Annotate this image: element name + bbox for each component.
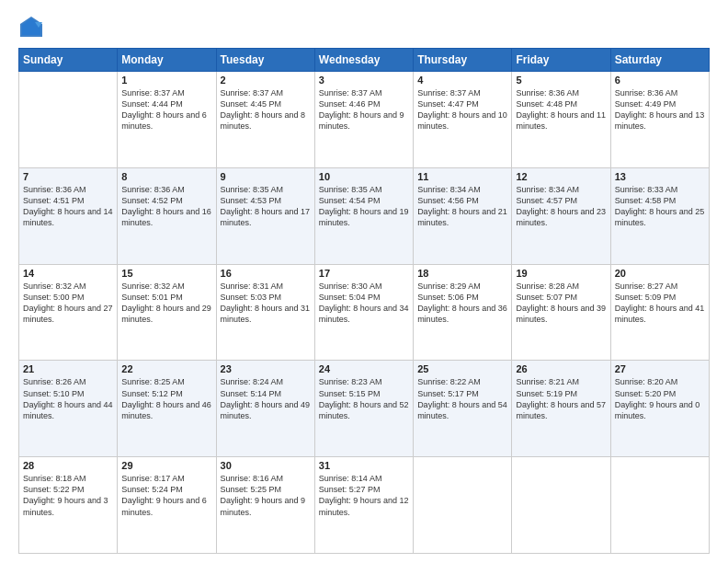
calendar-cell: 21Sunrise: 8:26 AM Sunset: 5:10 PM Dayli… bbox=[19, 361, 118, 457]
day-info: Sunrise: 8:37 AM Sunset: 4:47 PM Dayligh… bbox=[417, 87, 507, 132]
day-number: 31 bbox=[319, 460, 409, 471]
day-info: Sunrise: 8:32 AM Sunset: 5:00 PM Dayligh… bbox=[23, 281, 113, 326]
header-day-thursday: Thursday bbox=[414, 49, 512, 72]
day-number: 3 bbox=[319, 75, 409, 86]
calendar-cell: 8Sunrise: 8:36 AM Sunset: 4:52 PM Daylig… bbox=[118, 167, 216, 264]
day-number: 9 bbox=[221, 171, 311, 182]
day-info: Sunrise: 8:31 AM Sunset: 5:03 PM Dayligh… bbox=[221, 281, 311, 326]
day-number: 22 bbox=[121, 363, 211, 374]
week-row-4: 28Sunrise: 8:18 AM Sunset: 5:22 PM Dayli… bbox=[19, 457, 710, 554]
day-number: 14 bbox=[23, 268, 113, 279]
page: SundayMondayTuesdayWednesdayThursdayFrid… bbox=[0, 0, 728, 563]
day-info: Sunrise: 8:37 AM Sunset: 4:45 PM Dayligh… bbox=[221, 87, 311, 132]
calendar-cell: 2Sunrise: 8:37 AM Sunset: 4:45 PM Daylig… bbox=[216, 72, 314, 168]
day-number: 18 bbox=[417, 268, 507, 279]
week-row-2: 14Sunrise: 8:32 AM Sunset: 5:00 PM Dayli… bbox=[19, 264, 710, 361]
day-number: 20 bbox=[615, 268, 705, 279]
day-number: 2 bbox=[221, 75, 311, 86]
calendar-table: SundayMondayTuesdayWednesdayThursdayFrid… bbox=[18, 48, 710, 554]
day-info: Sunrise: 8:35 AM Sunset: 4:53 PM Dayligh… bbox=[221, 184, 311, 229]
calendar-cell: 4Sunrise: 8:37 AM Sunset: 4:47 PM Daylig… bbox=[414, 72, 512, 168]
day-info: Sunrise: 8:16 AM Sunset: 5:25 PM Dayligh… bbox=[221, 473, 311, 518]
calendar-cell: 27Sunrise: 8:20 AM Sunset: 5:20 PM Dayli… bbox=[610, 361, 709, 457]
day-info: Sunrise: 8:33 AM Sunset: 4:58 PM Dayligh… bbox=[615, 184, 705, 229]
day-info: Sunrise: 8:36 AM Sunset: 4:48 PM Dayligh… bbox=[516, 87, 606, 132]
day-info: Sunrise: 8:14 AM Sunset: 5:27 PM Dayligh… bbox=[319, 473, 409, 518]
day-info: Sunrise: 8:25 AM Sunset: 5:12 PM Dayligh… bbox=[121, 376, 211, 421]
day-number: 26 bbox=[516, 363, 606, 374]
calendar-cell: 5Sunrise: 8:36 AM Sunset: 4:48 PM Daylig… bbox=[512, 72, 610, 168]
day-info: Sunrise: 8:34 AM Sunset: 4:56 PM Dayligh… bbox=[417, 184, 507, 229]
day-number: 10 bbox=[319, 171, 409, 182]
day-number: 11 bbox=[417, 171, 507, 182]
day-info: Sunrise: 8:26 AM Sunset: 5:10 PM Dayligh… bbox=[23, 376, 113, 421]
header-day-saturday: Saturday bbox=[610, 49, 709, 72]
calendar-cell: 28Sunrise: 8:18 AM Sunset: 5:22 PM Dayli… bbox=[19, 457, 118, 554]
day-info: Sunrise: 8:24 AM Sunset: 5:14 PM Dayligh… bbox=[221, 376, 311, 421]
day-number: 12 bbox=[516, 171, 606, 182]
calendar-cell: 6Sunrise: 8:36 AM Sunset: 4:49 PM Daylig… bbox=[610, 72, 709, 168]
calendar-cell: 31Sunrise: 8:14 AM Sunset: 5:27 PM Dayli… bbox=[314, 457, 413, 554]
day-info: Sunrise: 8:28 AM Sunset: 5:07 PM Dayligh… bbox=[516, 281, 606, 326]
day-info: Sunrise: 8:20 AM Sunset: 5:20 PM Dayligh… bbox=[615, 376, 705, 421]
calendar-cell: 20Sunrise: 8:27 AM Sunset: 5:09 PM Dayli… bbox=[610, 264, 709, 361]
header-day-tuesday: Tuesday bbox=[216, 49, 314, 72]
day-info: Sunrise: 8:36 AM Sunset: 4:51 PM Dayligh… bbox=[23, 184, 113, 229]
day-number: 5 bbox=[516, 75, 606, 86]
day-info: Sunrise: 8:30 AM Sunset: 5:04 PM Dayligh… bbox=[319, 281, 409, 326]
week-row-3: 21Sunrise: 8:26 AM Sunset: 5:10 PM Dayli… bbox=[19, 361, 710, 457]
calendar-cell: 16Sunrise: 8:31 AM Sunset: 5:03 PM Dayli… bbox=[216, 264, 314, 361]
calendar-cell: 17Sunrise: 8:30 AM Sunset: 5:04 PM Dayli… bbox=[314, 264, 413, 361]
day-info: Sunrise: 8:22 AM Sunset: 5:17 PM Dayligh… bbox=[417, 376, 507, 421]
header-day-sunday: Sunday bbox=[19, 49, 118, 72]
calendar-cell: 9Sunrise: 8:35 AM Sunset: 4:53 PM Daylig… bbox=[216, 167, 314, 264]
day-number: 1 bbox=[121, 75, 211, 86]
calendar-cell: 26Sunrise: 8:21 AM Sunset: 5:19 PM Dayli… bbox=[512, 361, 610, 457]
calendar-cell: 11Sunrise: 8:34 AM Sunset: 4:56 PM Dayli… bbox=[414, 167, 512, 264]
calendar-cell: 23Sunrise: 8:24 AM Sunset: 5:14 PM Dayli… bbox=[216, 361, 314, 457]
calendar-cell bbox=[414, 457, 512, 554]
calendar-cell: 24Sunrise: 8:23 AM Sunset: 5:15 PM Dayli… bbox=[314, 361, 413, 457]
calendar-cell bbox=[610, 457, 709, 554]
logo-icon bbox=[18, 15, 44, 40]
header-day-monday: Monday bbox=[118, 49, 216, 72]
week-row-0: 1Sunrise: 8:37 AM Sunset: 4:44 PM Daylig… bbox=[19, 72, 710, 168]
day-number: 28 bbox=[23, 460, 113, 471]
day-number: 8 bbox=[121, 171, 211, 182]
day-number: 25 bbox=[417, 363, 507, 374]
calendar-cell: 30Sunrise: 8:16 AM Sunset: 5:25 PM Dayli… bbox=[216, 457, 314, 554]
calendar-cell: 29Sunrise: 8:17 AM Sunset: 5:24 PM Dayli… bbox=[118, 457, 216, 554]
calendar-cell: 22Sunrise: 8:25 AM Sunset: 5:12 PM Dayli… bbox=[118, 361, 216, 457]
day-info: Sunrise: 8:27 AM Sunset: 5:09 PM Dayligh… bbox=[615, 281, 705, 326]
logo bbox=[18, 15, 48, 40]
calendar-cell: 7Sunrise: 8:36 AM Sunset: 4:51 PM Daylig… bbox=[19, 167, 118, 264]
calendar-cell: 25Sunrise: 8:22 AM Sunset: 5:17 PM Dayli… bbox=[414, 361, 512, 457]
day-number: 16 bbox=[221, 268, 311, 279]
day-number: 17 bbox=[319, 268, 409, 279]
calendar-cell: 15Sunrise: 8:32 AM Sunset: 5:01 PM Dayli… bbox=[118, 264, 216, 361]
day-number: 13 bbox=[615, 171, 705, 182]
day-number: 19 bbox=[516, 268, 606, 279]
header-row: SundayMondayTuesdayWednesdayThursdayFrid… bbox=[19, 49, 710, 72]
day-number: 23 bbox=[221, 363, 311, 374]
day-info: Sunrise: 8:17 AM Sunset: 5:24 PM Dayligh… bbox=[121, 473, 211, 518]
day-info: Sunrise: 8:21 AM Sunset: 5:19 PM Dayligh… bbox=[516, 376, 606, 421]
day-number: 7 bbox=[23, 171, 113, 182]
calendar-cell: 19Sunrise: 8:28 AM Sunset: 5:07 PM Dayli… bbox=[512, 264, 610, 361]
day-number: 24 bbox=[319, 363, 409, 374]
day-info: Sunrise: 8:23 AM Sunset: 5:15 PM Dayligh… bbox=[319, 376, 409, 421]
calendar-cell: 14Sunrise: 8:32 AM Sunset: 5:00 PM Dayli… bbox=[19, 264, 118, 361]
calendar-cell: 10Sunrise: 8:35 AM Sunset: 4:54 PM Dayli… bbox=[314, 167, 413, 264]
day-info: Sunrise: 8:32 AM Sunset: 5:01 PM Dayligh… bbox=[121, 281, 211, 326]
calendar-cell: 12Sunrise: 8:34 AM Sunset: 4:57 PM Dayli… bbox=[512, 167, 610, 264]
day-number: 21 bbox=[23, 363, 113, 374]
day-info: Sunrise: 8:35 AM Sunset: 4:54 PM Dayligh… bbox=[319, 184, 409, 229]
header-day-friday: Friday bbox=[512, 49, 610, 72]
calendar-cell: 13Sunrise: 8:33 AM Sunset: 4:58 PM Dayli… bbox=[610, 167, 709, 264]
calendar-cell bbox=[19, 72, 118, 168]
day-number: 6 bbox=[615, 75, 705, 86]
calendar-cell: 1Sunrise: 8:37 AM Sunset: 4:44 PM Daylig… bbox=[118, 72, 216, 168]
day-info: Sunrise: 8:18 AM Sunset: 5:22 PM Dayligh… bbox=[23, 473, 113, 518]
day-info: Sunrise: 8:34 AM Sunset: 4:57 PM Dayligh… bbox=[516, 184, 606, 229]
day-number: 30 bbox=[221, 460, 311, 471]
